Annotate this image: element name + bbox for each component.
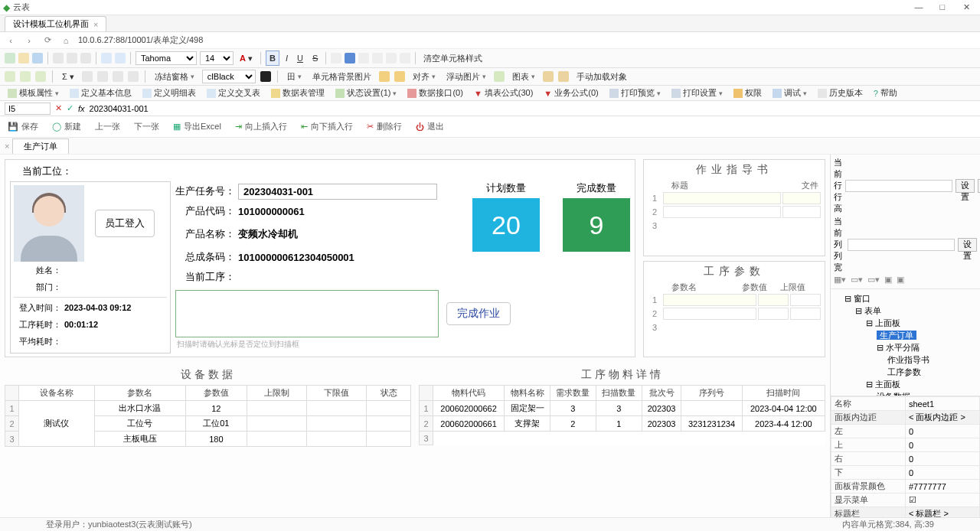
- sigma-button[interactable]: Σ ▾: [59, 72, 77, 82]
- obj1-icon[interactable]: [543, 71, 554, 82]
- bold-button[interactable]: B: [266, 50, 279, 66]
- grid3-icon[interactable]: [35, 71, 46, 82]
- border-button[interactable]: 田: [284, 71, 305, 83]
- print-preview-button[interactable]: 打印预览: [606, 87, 664, 99]
- align-bottom-icon[interactable]: [400, 53, 410, 64]
- strike-button[interactable]: S: [309, 51, 321, 65]
- close-icon[interactable]: ×: [93, 20, 98, 29]
- insert-row-above-button[interactable]: ⇥向上插入行: [235, 121, 287, 132]
- history-button[interactable]: 历史版本: [815, 87, 866, 99]
- biz-formula-button[interactable]: ▼业务公式(0): [541, 87, 601, 99]
- print-setting-button[interactable]: 打印设置: [668, 87, 726, 99]
- scan-input[interactable]: [175, 290, 439, 337]
- employee-login-button[interactable]: 员工登入: [95, 210, 155, 237]
- refresh-icon[interactable]: ⟳: [41, 34, 54, 47]
- debug-button[interactable]: 调试: [769, 87, 810, 99]
- fill-formula-button[interactable]: ▼填表公式(30): [471, 87, 536, 99]
- insert-row-below-button[interactable]: ⇤向下插入行: [301, 121, 353, 132]
- grid-icon[interactable]: [5, 71, 15, 82]
- save-icon[interactable]: [32, 53, 43, 64]
- crossref-button[interactable]: 定义交叉表: [204, 87, 263, 99]
- align-left-icon[interactable]: [331, 53, 341, 64]
- formula-value[interactable]: 202304031-001: [90, 104, 975, 113]
- manual-load-button[interactable]: 手动加载对象: [573, 71, 630, 83]
- chart-button[interactable]: 图表: [509, 71, 538, 83]
- font-size-select[interactable]: 14: [200, 51, 234, 65]
- list-item[interactable]: 1: [644, 293, 825, 307]
- list-item[interactable]: 2: [644, 205, 825, 219]
- row-height-set-button[interactable]: 设置: [956, 179, 975, 193]
- shape-icon[interactable]: [494, 71, 505, 82]
- font-color-button[interactable]: A▾: [237, 51, 256, 65]
- freeze-panes-button[interactable]: 冻结窗格: [152, 71, 198, 83]
- list-item[interactable]: 2: [644, 307, 825, 321]
- new-icon[interactable]: [5, 53, 15, 64]
- template-prop-button[interactable]: 模板属性: [5, 87, 62, 99]
- new-button[interactable]: ◯新建: [52, 121, 81, 132]
- redo-icon[interactable]: [115, 53, 126, 64]
- exit-button[interactable]: ⏻退出: [416, 121, 444, 132]
- undo-icon[interactable]: [101, 53, 112, 64]
- address-bar[interactable]: 10.0.6.27:88/10001/表单定义/498: [78, 34, 203, 46]
- status-setting-button[interactable]: 状态设置(1): [332, 87, 400, 99]
- toolbar-icon[interactable]: ▣: [897, 275, 904, 285]
- obj2-icon[interactable]: [558, 71, 569, 82]
- cancel-icon[interactable]: ✕: [55, 103, 62, 113]
- cut-icon[interactable]: [53, 53, 64, 64]
- align-center-icon[interactable]: [345, 53, 355, 64]
- list-item[interactable]: 1: [644, 191, 825, 205]
- material-table[interactable]: 物料代码物料名称需求数量扫描数量批次号序列号扫描时间 1200602000662…: [419, 385, 825, 445]
- window-maximize[interactable]: □: [932, 2, 953, 11]
- home-icon[interactable]: ⌂: [60, 34, 72, 47]
- window-minimize[interactable]: —: [908, 2, 929, 11]
- delete-row-button[interactable]: ✂删除行: [367, 121, 402, 132]
- back-icon[interactable]: ‹: [5, 34, 17, 47]
- color-name-select[interactable]: clBlack: [202, 70, 256, 83]
- list-item[interactable]: 3: [644, 219, 825, 233]
- merge-icon[interactable]: [82, 71, 93, 82]
- wrap-icon[interactable]: [113, 71, 123, 82]
- layout-tree[interactable]: ⊟ 窗口 ⊟ 表单 ⊟ 上面板 生产订单 ⊟ 水平分隔 作业指导书工序参数: [831, 289, 980, 396]
- align-button[interactable]: 对齐: [410, 71, 439, 83]
- task-no-value[interactable]: 202304031-001: [238, 184, 437, 200]
- next-button[interactable]: 下一张: [134, 121, 159, 132]
- open-icon[interactable]: [18, 53, 29, 64]
- window-close[interactable]: ✕: [956, 2, 977, 12]
- close-sheet-icon[interactable]: ×: [5, 142, 9, 151]
- complete-job-button[interactable]: 完成作业: [446, 302, 511, 325]
- property-grid[interactable]: 名称sheet1面板内边距< 面板内边距 >左0上0右0下0面板背景颜色#777…: [831, 396, 980, 517]
- align-right-icon[interactable]: [358, 53, 369, 64]
- data-interface-button[interactable]: 数据接口(0): [404, 87, 466, 99]
- export-excel-button[interactable]: ▦导出Excel: [173, 121, 221, 132]
- align-top-icon[interactable]: [372, 53, 383, 64]
- img-icon[interactable]: [379, 71, 390, 82]
- fillcolor-icon[interactable]: [260, 71, 271, 82]
- save-button[interactable]: 💾保存: [8, 121, 38, 132]
- toolbar-icon[interactable]: ▦▾: [834, 275, 846, 285]
- cell-bg-img-button[interactable]: 单元格背景图片: [309, 71, 374, 83]
- prev-button[interactable]: 上一张: [95, 121, 120, 132]
- accept-icon[interactable]: ✓: [67, 103, 74, 113]
- cell-ref-input[interactable]: [5, 103, 51, 115]
- detail-table-button[interactable]: 定义明细表: [139, 87, 199, 99]
- font-family-select[interactable]: Tahoma: [136, 51, 197, 65]
- italic-button[interactable]: I: [283, 51, 291, 65]
- permission-button[interactable]: 权限: [730, 87, 765, 99]
- fx-icon[interactable]: fx: [78, 104, 85, 113]
- data-mgr-button[interactable]: 数据表管理: [268, 87, 328, 99]
- row-height-input[interactable]: [845, 180, 952, 192]
- document-tab[interactable]: 设计模板工位机界面 ×: [5, 16, 106, 31]
- grid2-icon[interactable]: [20, 71, 31, 82]
- clear-format-button[interactable]: 清空单元格样式: [420, 51, 485, 65]
- col-width-input[interactable]: [848, 239, 955, 251]
- device-data-table[interactable]: 设备名称参数名参数值上限制下限值状态 1测试仪出水口水温12 2工位号工位01 …: [5, 385, 411, 447]
- help-button[interactable]: ?帮助: [871, 87, 900, 99]
- base-info-button[interactable]: 定义基本信息: [67, 87, 135, 99]
- split-icon[interactable]: [97, 71, 108, 82]
- underline-button[interactable]: U: [294, 51, 306, 65]
- img2-icon[interactable]: [394, 71, 405, 82]
- sheet-tab[interactable]: 生产订单: [12, 138, 69, 154]
- list-item[interactable]: 3: [644, 321, 825, 334]
- align-middle-icon[interactable]: [386, 53, 397, 64]
- toolbar-icon[interactable]: ▭▾: [851, 275, 863, 285]
